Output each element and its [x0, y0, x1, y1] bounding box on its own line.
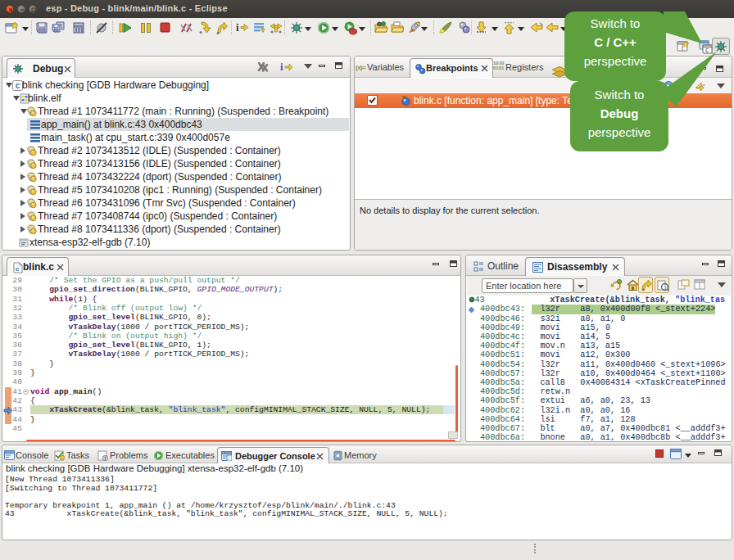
svg-text:perspective: perspective [584, 54, 647, 68]
svg-text:Debug: Debug [600, 106, 639, 120]
svg-text:Switch to: Switch to [591, 16, 641, 30]
svg-text:C / C++: C / C++ [594, 35, 637, 49]
svg-text:Switch to: Switch to [595, 88, 645, 102]
svg-text:perspective: perspective [588, 125, 651, 139]
